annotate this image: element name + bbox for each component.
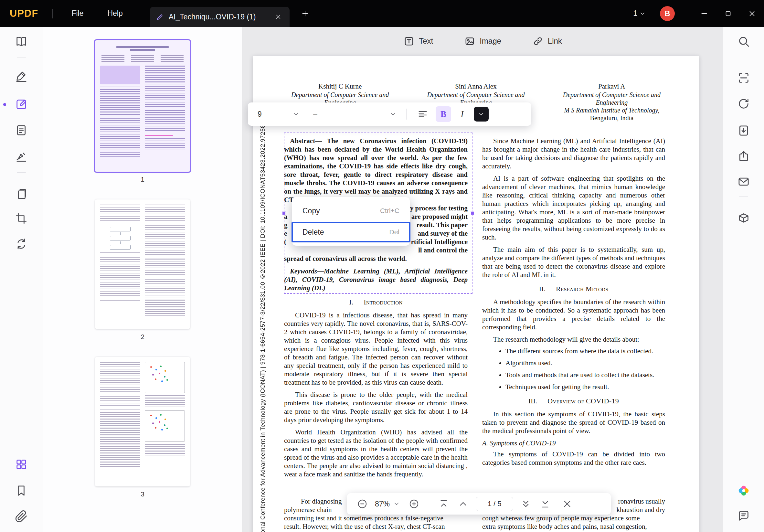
chat-bubble-icon	[737, 509, 750, 522]
subsection-heading-symptoms[interactable]: A. Symptoms of COVID-19	[482, 439, 665, 447]
covered-paragraph-last-line[interactable]: spread of coronavirus all across the wor…	[284, 255, 468, 263]
menu-help[interactable]: Help	[101, 6, 128, 21]
page-download-icon	[737, 124, 750, 137]
section-heading-research-methods[interactable]: II.Research Metods	[482, 285, 665, 293]
book-open-icon	[15, 35, 28, 48]
section-heading-overview[interactable]: III.Overview of COVID-19	[482, 397, 665, 405]
intro-paragraph-3[interactable]: World Health Organization (WHO) has advi…	[284, 428, 468, 478]
document-tab[interactable]: AI_Techniqu...OVID-19 (1)	[150, 7, 289, 27]
email-button[interactable]	[723, 175, 764, 188]
go-to-last-page-button[interactable]	[540, 498, 551, 509]
maximize-button[interactable]	[716, 0, 740, 27]
text-tool-icon	[403, 36, 415, 47]
page-thumbnails-panel-button[interactable]	[0, 458, 43, 471]
methodology-lead-line[interactable]: The research methodology will give the d…	[482, 335, 665, 344]
edit-toolbar: Text Image Link	[242, 27, 723, 55]
search-icon	[737, 35, 750, 48]
organize-pages-button[interactable]	[0, 187, 43, 200]
selection-handle-left[interactable]	[282, 211, 286, 215]
close-window-button[interactable]	[740, 0, 764, 27]
close-zoom-bar-button[interactable]	[562, 498, 573, 509]
window-count-dropdown[interactable]: 1	[633, 9, 646, 18]
methods-paragraph[interactable]: A methodology specifies the boundaries o…	[482, 298, 665, 331]
attachments-panel-button[interactable]	[0, 510, 43, 523]
thumbnail-preview	[100, 205, 185, 324]
close-tab-icon[interactable]	[273, 11, 284, 22]
bookmarks-panel-button[interactable]	[0, 484, 43, 497]
edit-pdf-mode-button[interactable]	[0, 98, 43, 111]
font-size-dropdown[interactable]: 9	[258, 110, 299, 119]
next-pages-button[interactable]	[520, 498, 531, 509]
minimize-button[interactable]	[692, 0, 716, 27]
methodology-bullet-list[interactable]: The different sources from where the dat…	[482, 347, 665, 391]
context-menu-delete[interactable]: Delete Del	[291, 222, 410, 243]
font-family-dropdown[interactable]: –	[313, 110, 397, 119]
zoom-out-button[interactable]	[357, 498, 368, 509]
rotate-page-button[interactable]	[723, 97, 764, 110]
signature-button[interactable]	[0, 150, 43, 163]
go-to-first-page-button[interactable]	[438, 498, 449, 509]
font-color-dropdown[interactable]	[474, 107, 489, 121]
text-format-toolbar: 9 – B I	[248, 102, 531, 126]
conference-sidebar-text[interactable]: onal Conference for Advancement in Techn…	[259, 168, 266, 532]
thumbnail-page-1[interactable]	[95, 40, 190, 172]
bold-button[interactable]: B	[436, 106, 451, 122]
alignment-button[interactable]	[415, 106, 431, 122]
convert-button[interactable]	[0, 238, 43, 251]
italic-button[interactable]: I	[455, 106, 470, 122]
chevron-down-icon	[389, 110, 397, 118]
menu-file[interactable]: File	[66, 6, 89, 21]
abstract-paragraph[interactable]: Abstract— The new Coronavirus infection …	[284, 137, 468, 204]
active-mode-indicator	[3, 103, 6, 106]
form-fields-button[interactable]	[0, 124, 43, 137]
pdf-page[interactable]: onal Conference for Advancement in Techn…	[253, 56, 699, 532]
add-image-button[interactable]: Image	[464, 36, 501, 47]
page-indicator[interactable]: 1 / 5	[476, 497, 513, 511]
intro-paragraph-2[interactable]: This disease is prone to the older peopl…	[284, 391, 468, 424]
thumbnail-page-3[interactable]	[95, 357, 190, 486]
ml-paragraph-3[interactable]: The main aim of this paper is to systema…	[482, 245, 665, 279]
context-menu: Copy Ctrl+C Delete Del	[292, 197, 410, 246]
ml-paragraph-1[interactable]: Since Machine Learning (ML) and Artifici…	[482, 137, 665, 170]
workspace: 1 2	[0, 27, 764, 532]
right-text-column[interactable]: Since Machine Learning (ML) and Artifici…	[482, 137, 665, 470]
new-tab-button[interactable]	[298, 6, 312, 21]
thumbnail-preview	[100, 362, 185, 481]
add-link-button[interactable]: Link	[532, 36, 562, 47]
right-toolbar-rail	[723, 27, 764, 532]
archive-box-button[interactable]	[723, 211, 764, 224]
reader-view-button[interactable]	[0, 35, 43, 48]
form-document-icon	[15, 124, 28, 137]
intro-paragraph-1[interactable]: COVID-19 is a infectious disease, that h…	[284, 311, 468, 387]
font-family-value: –	[313, 110, 317, 119]
rail-divider	[17, 172, 26, 173]
updf-app-window: UPDF File Help AI_Techniqu...OVID-19 (1)…	[0, 0, 764, 532]
thumbnail-page-2[interactable]	[95, 199, 190, 329]
share-button[interactable]	[723, 150, 764, 163]
page-number-label: 3	[140, 490, 144, 498]
search-button[interactable]	[723, 35, 764, 48]
zoom-dropdown-chevron-icon[interactable]	[393, 500, 400, 507]
context-menu-copy[interactable]: Copy Ctrl+C	[292, 200, 410, 221]
left-text-column[interactable]: Abstract— The new Coronavirus infection …	[284, 137, 468, 482]
image-tool-label: Image	[479, 37, 501, 46]
comments-button[interactable]	[723, 509, 764, 522]
add-text-button[interactable]: Text	[403, 36, 433, 47]
extract-pages-button[interactable]	[723, 124, 764, 137]
previous-page-button[interactable]	[458, 498, 469, 509]
overview-paragraph[interactable]: In this section the symptoms of COVID-19…	[482, 410, 665, 435]
author-3: Parkavi A Department of Computer Science…	[544, 83, 680, 122]
ocr-button[interactable]	[723, 72, 764, 85]
selection-handle-right[interactable]	[471, 211, 474, 215]
annotate-mode-button[interactable]	[0, 70, 43, 83]
ai-assistant-button[interactable]	[723, 484, 764, 497]
ml-paragraph-2[interactable]: AI is a part of software engineering tha…	[482, 174, 665, 242]
avatar[interactable]: B	[660, 6, 675, 21]
section-heading-introduction[interactable]: I.Introduction	[284, 298, 468, 306]
crop-pages-button[interactable]	[0, 212, 43, 225]
copy-label: Copy	[302, 207, 320, 215]
zoom-in-button[interactable]	[409, 498, 420, 509]
keywords-paragraph[interactable]: Keywords—Machine Learning (ML), Artifici…	[284, 267, 468, 292]
symptoms-paragraph[interactable]: The symptoms of COVID-19 can be divided …	[482, 450, 665, 467]
align-lines-icon	[417, 108, 428, 119]
